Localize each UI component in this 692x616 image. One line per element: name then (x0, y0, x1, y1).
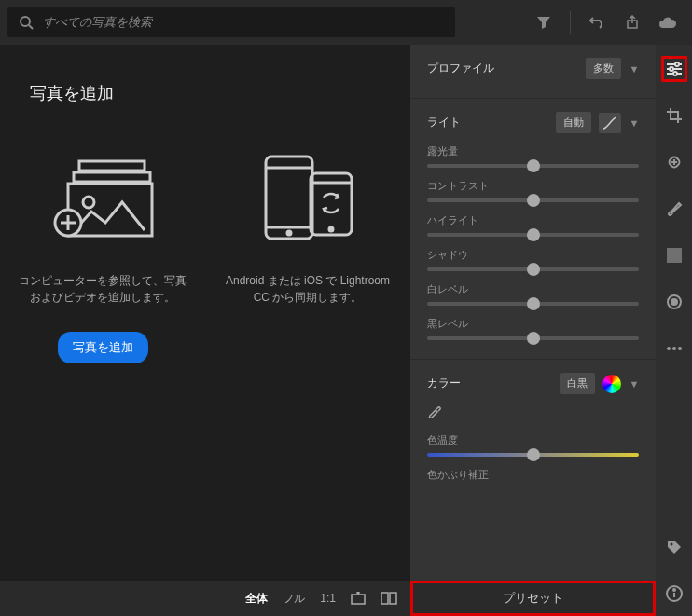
temp-label: 色温度 (427, 433, 639, 447)
healing-tool[interactable] (661, 149, 687, 175)
radial-gradient-tool[interactable] (661, 289, 687, 315)
svg-point-22 (675, 62, 679, 66)
grid-view-icon[interactable] (351, 592, 366, 605)
svg-rect-4 (74, 172, 150, 182)
wb-button[interactable]: 白黒 (560, 373, 595, 394)
chevron-down-icon[interactable]: ▼ (629, 378, 639, 390)
main-canvas: 写真を追加 コンピューターを参照して、写真およびビデオを追加します。 写真を追加 (0, 45, 410, 616)
svg-point-36 (678, 347, 682, 350)
svg-point-13 (287, 231, 291, 235)
highlights-slider[interactable] (427, 233, 639, 237)
brush-tool[interactable] (661, 196, 687, 222)
color-label: カラー (427, 376, 461, 391)
blacks-slider[interactable] (427, 336, 639, 340)
auto-button[interactable]: 自動 (556, 112, 591, 133)
shadows-slider[interactable] (427, 267, 639, 271)
crop-tool[interactable] (661, 103, 687, 129)
undo-icon[interactable] (589, 15, 606, 30)
exposure-label: 露光量 (427, 144, 639, 158)
add-photos-button[interactable]: 写真を追加 (58, 332, 148, 363)
tint-label: 色かぶり補正 (427, 468, 639, 482)
tag-icon[interactable] (661, 534, 687, 560)
cloud-icon[interactable] (658, 16, 677, 29)
devices-sync-icon (256, 151, 359, 244)
info-icon[interactable] (661, 581, 687, 607)
view-1to1[interactable]: 1:1 (320, 592, 336, 605)
svg-point-24 (670, 67, 673, 71)
view-bar: 全体 フル 1:1 (0, 581, 410, 616)
search-placeholder: すべての写真を検索 (43, 14, 152, 31)
images-stack-icon (51, 156, 154, 240)
profile-value[interactable]: 多数 (586, 58, 621, 79)
shadows-label: シャドウ (427, 248, 639, 262)
highlights-label: ハイライト (427, 213, 639, 227)
view-fit[interactable]: 全体 (245, 591, 268, 607)
tone-curve-button[interactable] (599, 113, 621, 133)
svg-rect-31 (667, 248, 682, 263)
svg-line-1 (29, 25, 33, 29)
svg-rect-3 (79, 161, 145, 171)
view-full[interactable]: フル (283, 591, 305, 607)
svg-point-26 (673, 72, 677, 75)
separator (570, 11, 571, 34)
color-mixer-button[interactable] (602, 375, 621, 393)
chevron-down-icon[interactable]: ▼ (629, 63, 639, 75)
eyedropper-icon[interactable] (427, 404, 639, 418)
search-icon (19, 15, 34, 30)
more-icon[interactable] (661, 335, 687, 362)
svg-rect-17 (352, 595, 365, 604)
compare-view-icon[interactable] (381, 592, 397, 605)
card2-text: Android または iOS で Lightroom CC から同期します。 (224, 272, 392, 306)
whites-slider[interactable] (427, 302, 639, 306)
filter-icon[interactable] (536, 15, 551, 30)
empty-title: 写真を追加 (11, 63, 410, 123)
svg-point-0 (21, 17, 30, 26)
svg-rect-20 (390, 593, 396, 604)
preset-button[interactable]: プリセット (410, 581, 656, 616)
svg-point-35 (672, 347, 676, 350)
chevron-down-icon[interactable]: ▼ (629, 117, 639, 129)
temp-slider[interactable] (427, 453, 639, 457)
svg-point-33 (671, 299, 677, 305)
svg-point-37 (670, 543, 672, 546)
svg-point-16 (329, 227, 333, 231)
tool-strip (656, 45, 692, 616)
svg-rect-19 (381, 593, 388, 604)
edit-panel: プロファイル 多数 ▼ ライト 自動 ▼ 露光量 コントラスト ハイライト シャ… (410, 45, 656, 616)
profile-label: プロファイル (427, 61, 494, 76)
linear-gradient-tool[interactable] (661, 242, 687, 268)
blacks-label: 黒レベル (427, 317, 639, 331)
svg-point-34 (667, 347, 671, 350)
contrast-label: コントラスト (427, 179, 639, 193)
light-label: ライト (427, 115, 461, 130)
svg-point-40 (673, 589, 675, 591)
whites-label: 白レベル (427, 282, 639, 296)
card1-text: コンピューターを参照して、写真およびビデオを追加します。 (19, 272, 187, 306)
sync-mobile-card: Android または iOS で Lightroom CC から同期します。 (224, 142, 392, 363)
svg-point-6 (83, 197, 94, 208)
edit-sliders-tool[interactable] (661, 56, 687, 82)
search-input[interactable]: すべての写真を検索 (7, 7, 455, 37)
svg-point-18 (357, 592, 359, 594)
add-from-computer-card: コンピューターを参照して、写真およびビデオを追加します。 写真を追加 (19, 142, 187, 363)
share-icon[interactable] (625, 15, 640, 30)
exposure-slider[interactable] (427, 164, 639, 168)
contrast-slider[interactable] (427, 198, 639, 202)
